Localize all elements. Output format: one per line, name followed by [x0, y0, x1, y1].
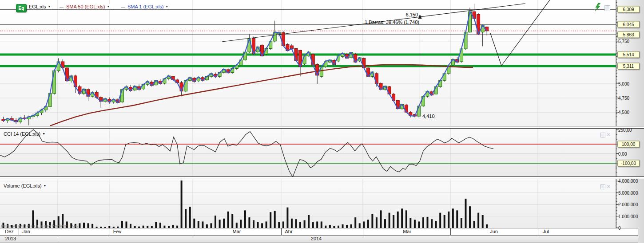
- cci-minimize-icon[interactable]: [600, 133, 605, 137]
- volume-minimize-icon[interactable]: [600, 184, 605, 189]
- target-price-label: 6,150: [398, 12, 418, 17]
- price-level-badge[interactable]: 5,514: [617, 51, 640, 58]
- measure-tool-label: 1 Barras, 39,46% (1,740): [353, 20, 419, 25]
- trading-chart-window: Eq EGL:xls▼ SMA 50 (EGL:xls)▼ SMA 1 (EGL…: [0, 0, 644, 243]
- volume-tick-label: 0: [618, 226, 621, 231]
- sma1-dropdown[interactable]: SMA 1 (EGL:xls)▼: [126, 4, 170, 9]
- cci-level-badge[interactable]: -100,00: [617, 160, 640, 167]
- volume-tick-label: 4.000.000: [618, 179, 638, 184]
- cci-series: [0, 129, 493, 177]
- cci-level-badge[interactable]: 100,00: [617, 141, 640, 147]
- volume-tick-label: 2.000.000: [618, 202, 638, 207]
- month-divider: [363, 228, 363, 235]
- price-level-badge[interactable]: 5,863: [617, 31, 640, 38]
- cci-tick-label: 0,00: [618, 151, 627, 156]
- year-divider: [58, 235, 58, 243]
- price-level-badge[interactable]: 6,309: [617, 6, 640, 13]
- alert-flash-icon[interactable]: [592, 3, 602, 12]
- year-label: 2014: [311, 236, 322, 241]
- swing-low-label: 4,410: [422, 114, 435, 119]
- price-level-badge[interactable]: 6,045: [617, 21, 640, 28]
- chart-canvas[interactable]: [0, 0, 644, 243]
- month-label: Abr: [285, 229, 292, 234]
- month-label: Jan: [22, 229, 30, 234]
- price-tick-label: 5,000: [618, 81, 629, 86]
- cci-panel-title[interactable]: CCI 14 (EGL:xls)▼: [4, 131, 45, 137]
- panel-separator[interactable]: [0, 126, 644, 129]
- chevron-down-icon[interactable]: ▼: [107, 5, 110, 8]
- month-label: Fev: [113, 229, 121, 234]
- month-label: Jun: [490, 229, 498, 234]
- month-divider: [193, 228, 193, 235]
- month-divider: [110, 228, 110, 235]
- month-divider: [538, 228, 538, 235]
- price-tick-label: 4,500: [618, 110, 629, 115]
- volume-tick-label: 1.000.000: [618, 214, 638, 219]
- volume-close-icon[interactable]: ✕: [607, 184, 610, 189]
- line-sample: [121, 8, 125, 8]
- month-label: Mai: [403, 229, 411, 234]
- month-divider: [450, 228, 451, 235]
- month-axis: DezJanFevMarAbrMaiJunJul: [0, 228, 638, 235]
- chevron-down-icon[interactable]: ▼: [165, 5, 168, 8]
- chevron-down-icon[interactable]: ▼: [48, 5, 51, 8]
- year-axis: 20132014: [0, 235, 638, 243]
- price-tick-label: 4,750: [618, 96, 629, 101]
- chevron-down-icon[interactable]: ▼: [42, 132, 45, 135]
- cci-close-icon[interactable]: ✕: [607, 133, 610, 137]
- panel-separator[interactable]: [0, 176, 644, 179]
- cci-tick-label: 250,00: [618, 127, 632, 132]
- symbol-logo-icon: Eq: [16, 4, 27, 12]
- price-tick-label: 5,750: [618, 39, 629, 43]
- month-label: Dez: [5, 229, 14, 234]
- line-sample: [60, 8, 64, 8]
- price-level-badge[interactable]: 5,311: [617, 63, 640, 70]
- sma50-dropdown[interactable]: SMA 50 (EGL:xls)▼: [65, 4, 111, 9]
- year-label: 2013: [5, 236, 16, 241]
- month-divider: [281, 228, 282, 235]
- symbol-dropdown[interactable]: EGL:xls▼: [28, 4, 52, 9]
- chevron-down-icon[interactable]: ▼: [44, 184, 47, 187]
- month-label: Jul: [543, 229, 549, 234]
- volume-series: [3, 180, 488, 228]
- volume-panel-title[interactable]: Volume (EGL:xls)▼: [4, 183, 47, 188]
- month-divider: [19, 228, 19, 235]
- line-handle-icon[interactable]: [604, 5, 610, 11]
- sma50-line: [50, 65, 473, 126]
- volume-tick-label: 3.000.000: [618, 190, 638, 195]
- projection-line: [490, 0, 551, 66]
- month-label: Mar: [233, 229, 241, 234]
